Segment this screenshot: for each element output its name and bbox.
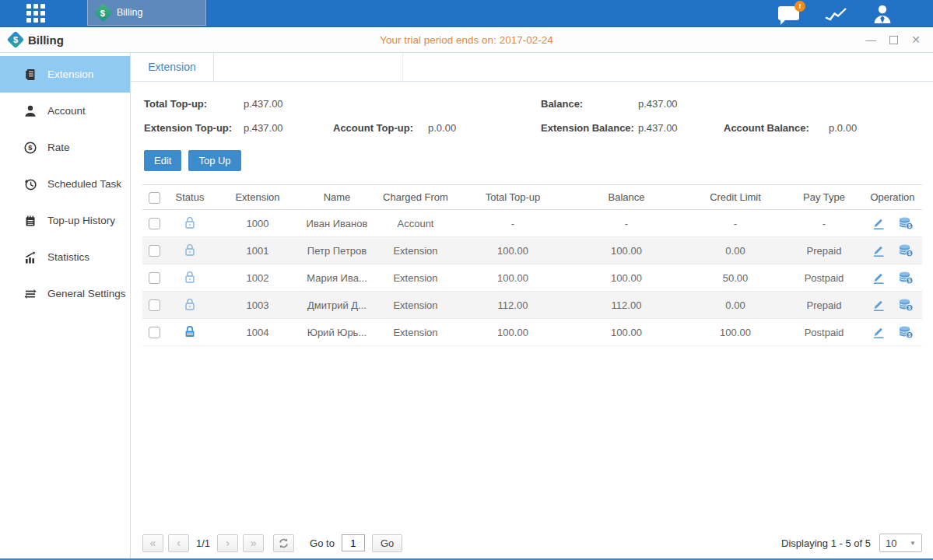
balance-value: p.437.00	[638, 98, 678, 110]
select-all-checkbox[interactable]	[149, 192, 160, 204]
content-area: Extension Total Top-up: p.437.00 Extensi…	[131, 53, 933, 559]
edit-row-button[interactable]	[872, 243, 886, 257]
svg-text:$: $	[908, 223, 911, 229]
coins-icon: $	[898, 216, 914, 230]
resource-monitor-button[interactable]	[824, 5, 847, 22]
top-up-button[interactable]: Top Up	[188, 150, 240, 171]
billing-diamond-icon: $	[93, 3, 112, 22]
notepad-icon	[23, 214, 37, 228]
topup-row-button[interactable]: $	[898, 325, 914, 339]
edit-row-button[interactable]	[872, 216, 886, 230]
extension-topup-label: Extension Top-up:	[144, 122, 244, 134]
row-checkbox[interactable]	[149, 272, 160, 284]
sidebar-item-account[interactable]: Account	[0, 93, 130, 129]
sidebar-item-label: Top-up History	[47, 215, 115, 226]
edit-row-button[interactable]	[872, 271, 886, 285]
last-page-button[interactable]: »	[243, 534, 264, 552]
cell-name: Мария Ива...	[301, 272, 373, 284]
row-checkbox[interactable]	[149, 245, 160, 257]
cell-extension: 1002	[214, 272, 301, 284]
pencil-icon	[872, 216, 886, 230]
user-account-button[interactable]	[872, 4, 893, 23]
pencil-icon	[872, 243, 886, 257]
unlocked-icon	[183, 243, 197, 257]
account-topup-value: p.0.00	[428, 122, 456, 134]
cell-balance: 100.00	[567, 245, 686, 257]
displaying-text: Displaying 1 - 5 of 5	[781, 537, 871, 549]
svg-text:$: $	[908, 332, 911, 338]
cell-extension: 1003	[214, 299, 301, 311]
topup-row-button[interactable]: $	[898, 216, 914, 230]
billing-app-window: $ Billing ! Your trial per	[0, 0, 933, 560]
table-row[interactable]: 1001 Петр Петров Extension 100.00 100.00…	[142, 237, 922, 264]
page-size-select[interactable]: 10 ▼	[879, 534, 922, 552]
minimize-button[interactable]: —	[865, 33, 876, 46]
ledger-icon	[23, 68, 37, 82]
cell-pay-type: -	[785, 218, 863, 229]
cell-name: Юрий Юрь...	[301, 327, 373, 338]
app-topbar: $ Billing !	[0, 0, 933, 27]
row-checkbox[interactable]	[149, 299, 160, 311]
user-icon	[872, 4, 893, 23]
messages-button[interactable]: !	[778, 6, 799, 20]
row-checkbox[interactable]	[149, 327, 160, 338]
cell-balance: 100.00	[567, 272, 686, 284]
topup-row-button[interactable]: $	[898, 243, 914, 257]
pencil-icon	[872, 325, 886, 339]
account-balance-value: p.0.00	[829, 122, 857, 134]
first-page-button[interactable]: «	[142, 534, 163, 552]
svg-text:$: $	[908, 250, 911, 257]
cell-charged-from: Account	[373, 218, 458, 229]
svg-text:$: $	[28, 143, 33, 152]
cell-name: Петр Петров	[301, 245, 373, 257]
sidebar-item-statistics[interactable]: Statistics	[0, 239, 130, 275]
row-checkbox[interactable]	[149, 218, 160, 229]
cell-charged-from: Extension	[373, 245, 458, 257]
sidebar-item-general-settings[interactable]: General Settings	[0, 275, 130, 312]
close-button[interactable]: ✕	[911, 33, 921, 46]
table-row[interactable]: 1004 Юрий Юрь... Extension 100.00 100.00…	[142, 319, 922, 346]
table-header: Status Extension Name Charged From Total…	[142, 184, 922, 210]
sidebar-item-label: General Settings	[47, 288, 126, 299]
table-row[interactable]: 1003 Дмитрий Д... Extension 112.00 112.0…	[142, 292, 922, 319]
cell-pay-type: Postpaid	[785, 272, 863, 284]
clock-history-icon	[23, 177, 37, 191]
cell-credit-limit: -	[686, 218, 785, 229]
topup-row-button[interactable]: $	[898, 271, 914, 285]
topbar-tab-billing[interactable]: $ Billing	[87, 0, 206, 26]
cell-total-topup: -	[458, 218, 567, 229]
sidebar-item-rate[interactable]: $ Rate	[0, 129, 130, 166]
sidebar-item-scheduled-task[interactable]: Scheduled Task	[0, 166, 130, 202]
tab-strip: Extension	[131, 53, 933, 82]
sidebar: Extension Account $ Rate	[0, 53, 131, 559]
unlocked-icon	[183, 215, 197, 229]
cell-balance: -	[567, 218, 686, 229]
table-body: 1000 Иван Иванов Account - - - -	[142, 210, 922, 346]
apps-menu-icon[interactable]	[26, 4, 45, 23]
summary-panel: Total Top-up: p.437.00 Extension Top-up:…	[131, 82, 933, 140]
next-page-button[interactable]: ›	[217, 534, 238, 552]
maximize-button[interactable]	[889, 36, 898, 44]
column-name: Name	[301, 191, 373, 203]
sidebar-item-label: Account	[47, 105, 86, 117]
cell-total-topup: 100.00	[458, 327, 567, 338]
goto-label: Go to	[310, 537, 335, 549]
table-row[interactable]: 1000 Иван Иванов Account - - - -	[142, 210, 922, 237]
go-button[interactable]: Go	[372, 534, 402, 552]
table-row[interactable]: 1002 Мария Ива... Extension 100.00 100.0…	[142, 264, 922, 292]
account-balance-label: Account Balance:	[724, 122, 829, 134]
billing-diamond-icon: $	[7, 31, 25, 49]
sidebar-item-label: Statistics	[47, 251, 89, 263]
page-info: 1/1	[196, 537, 210, 549]
sidebar-item-topup-history[interactable]: Top-up History	[0, 202, 130, 239]
edit-button[interactable]: Edit	[144, 150, 181, 171]
edit-row-button[interactable]	[872, 325, 886, 339]
edit-row-button[interactable]	[872, 298, 886, 312]
sidebar-item-extension[interactable]: Extension	[0, 56, 130, 93]
tab-extension[interactable]: Extension	[131, 53, 214, 81]
prev-page-button[interactable]: ‹	[168, 534, 189, 552]
goto-page-input[interactable]	[342, 534, 365, 551]
topup-row-button[interactable]: $	[898, 298, 914, 312]
unlocked-icon	[183, 270, 197, 284]
refresh-button[interactable]	[273, 534, 294, 552]
